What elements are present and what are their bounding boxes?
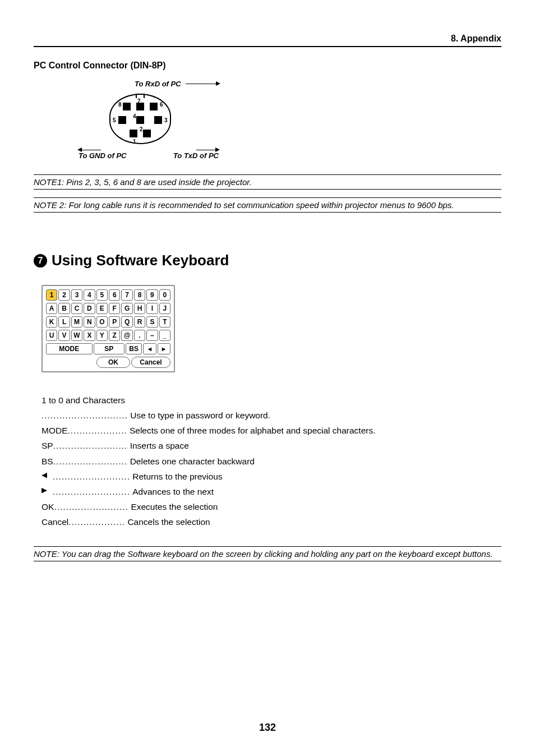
key-e[interactable]: E	[96, 303, 108, 314]
section-number-icon: 7	[34, 254, 47, 268]
key-dot[interactable]: .	[134, 330, 145, 341]
key-b[interactable]: B	[58, 303, 70, 314]
key-y[interactable]: Y	[96, 330, 108, 341]
definition-desc: Advances to the next	[132, 484, 214, 499]
key-0[interactable]: 0	[159, 289, 170, 301]
key-sp[interactable]: SP	[94, 343, 125, 354]
key-w[interactable]: W	[71, 330, 82, 341]
key-8[interactable]: 8	[134, 289, 145, 301]
key-7[interactable]: 7	[121, 289, 132, 301]
note-1: NOTE1: Pins 2, 3, 5, 6 and 8 are used in…	[34, 174, 501, 190]
definition-dots: .........................	[53, 438, 128, 453]
key-a[interactable]: A	[46, 303, 57, 314]
definition-dots: ...................	[68, 514, 125, 529]
key-c[interactable]: C	[71, 303, 82, 314]
software-keyboard[interactable]: 1 2 3 4 5 6 7 8 9 0 A B C D E F G H I J …	[41, 285, 175, 372]
key-x[interactable]: X	[84, 330, 95, 341]
key-o[interactable]: O	[96, 316, 108, 328]
key-bs[interactable]: BS	[126, 343, 142, 354]
definition-desc: Returns to the previous	[132, 469, 222, 484]
section-title-text: Using Software Keyboard	[52, 252, 229, 269]
key-5[interactable]: 5	[96, 289, 108, 301]
key-mode[interactable]: MODE	[46, 343, 93, 354]
gnd-label: To GND of PC	[79, 151, 126, 160]
definition-dots: .........................	[54, 499, 128, 514]
definition-row: ◀ .......................... Returns to …	[41, 469, 501, 484]
keyboard-row-5: MODE SP BS ◂ ▸	[46, 343, 170, 354]
key-cancel[interactable]: Cancel	[131, 357, 170, 368]
arrow-right-icon	[196, 150, 219, 150]
key-g[interactable]: G	[121, 303, 132, 314]
definition-desc: Cancels the selection	[127, 514, 210, 529]
definition-dots: ..........................	[53, 469, 130, 484]
key-k[interactable]: K	[46, 316, 57, 328]
keyboard-row-2: A B C D E F G H I J	[46, 303, 170, 314]
key-t[interactable]: T	[159, 316, 170, 328]
definition-row: ▶ .......................... Advances to…	[41, 484, 501, 499]
definition-desc: Inserts a space	[130, 438, 189, 453]
definition-term: BS	[41, 454, 53, 469]
subsection-heading: PC Control Connector (DIN-8P)	[34, 61, 501, 71]
definitions-header: 1 to 0 and Characters	[41, 393, 501, 408]
key-m[interactable]: M	[71, 316, 82, 328]
key-3[interactable]: 3	[71, 289, 82, 301]
definition-desc: Deletes one character backward	[130, 454, 255, 469]
definition-desc: Use to type in password or keyword.	[130, 408, 270, 423]
definition-row: OK ......................... Executes th…	[41, 499, 501, 514]
keyboard-row-3: K L M N O P Q R S T	[46, 316, 170, 328]
key-p[interactable]: P	[109, 316, 120, 328]
key-underscore[interactable]: _	[159, 330, 170, 341]
pin-8-label: 8	[118, 102, 122, 108]
key-l[interactable]: L	[58, 316, 70, 328]
definition-desc: Executes the selection	[131, 499, 218, 514]
keyboard-row-6: OK Cancel	[46, 357, 170, 368]
keyboard-row-1: 1 2 3 4 5 6 7 8 9 0	[46, 289, 170, 301]
key-dash[interactable]: –	[146, 330, 158, 341]
pin-3-label: 3	[164, 117, 168, 123]
key-d[interactable]: D	[84, 303, 95, 314]
arrow-left-icon	[79, 150, 101, 150]
key-4[interactable]: 4	[84, 289, 95, 301]
pin-5-label: 5	[113, 117, 116, 123]
definition-row: BS ......................... Deletes one…	[41, 454, 501, 469]
key-j[interactable]: J	[159, 303, 170, 314]
key-z[interactable]: Z	[109, 330, 120, 341]
keyboard-row-4: U V W X Y Z @ . – _	[46, 330, 170, 341]
key-i[interactable]: I	[146, 303, 158, 314]
din-shell-icon: 8 7 6 5 4 3 2 1	[109, 94, 171, 144]
key-at[interactable]: @	[121, 330, 132, 341]
pin-4-label: 4	[133, 113, 136, 119]
key-right[interactable]: ▸	[158, 343, 170, 354]
key-ok[interactable]: OK	[96, 357, 130, 368]
key-1[interactable]: 1	[46, 289, 57, 301]
definition-term: SP	[41, 438, 53, 453]
definition-term: MODE	[41, 423, 68, 438]
key-q[interactable]: Q	[121, 316, 132, 328]
key-h[interactable]: H	[134, 303, 145, 314]
definition-row: MODE .................... Selects one of…	[41, 423, 501, 438]
arrow-right-icon	[186, 84, 219, 84]
definition-term: Cancel	[41, 514, 68, 529]
pin-6-label: 6	[160, 102, 163, 108]
definitions-list: 1 to 0 and Characters ..................…	[41, 393, 501, 529]
definition-dots: ....................	[68, 423, 127, 438]
key-9[interactable]: 9	[146, 289, 158, 301]
definition-dots: .........................	[53, 454, 128, 469]
rxd-label: To RxD of PC	[135, 80, 181, 88]
key-v[interactable]: V	[58, 330, 70, 341]
definition-term: OK	[41, 499, 54, 514]
key-left[interactable]: ◂	[143, 343, 156, 354]
key-2[interactable]: 2	[58, 289, 70, 301]
note-2: NOTE 2: For long cable runs it is recomm…	[34, 197, 501, 213]
right-triangle-icon: ▶	[41, 484, 53, 499]
key-s[interactable]: S	[146, 316, 158, 328]
key-u[interactable]: U	[46, 330, 57, 341]
definition-dots: .............................	[41, 408, 128, 423]
page-number: 132	[0, 722, 535, 734]
key-r[interactable]: R	[134, 316, 145, 328]
key-f[interactable]: F	[109, 303, 120, 314]
pin-2-label: 2	[140, 126, 143, 132]
definition-row: ............................. Use to typ…	[41, 408, 501, 423]
key-n[interactable]: N	[84, 316, 95, 328]
key-6[interactable]: 6	[109, 289, 120, 301]
